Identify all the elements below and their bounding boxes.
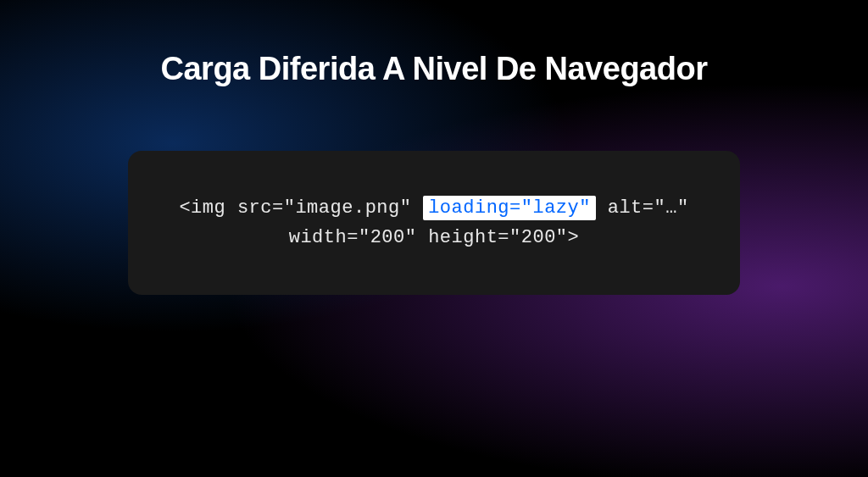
code-line-2: width="200" height="200">: [179, 223, 688, 252]
code-line-1: <img src="image.png" loading="lazy" alt=…: [179, 193, 688, 223]
code-example-block: <img src="image.png" loading="lazy" alt=…: [128, 151, 739, 295]
code-highlight-loading-lazy: loading="lazy": [423, 196, 596, 220]
code-segment-alt: alt="…": [596, 197, 689, 219]
code-segment-img-open: <img src="image.png": [179, 197, 423, 219]
page-title: Carga Diferida A Nivel De Navegador: [161, 51, 708, 87]
